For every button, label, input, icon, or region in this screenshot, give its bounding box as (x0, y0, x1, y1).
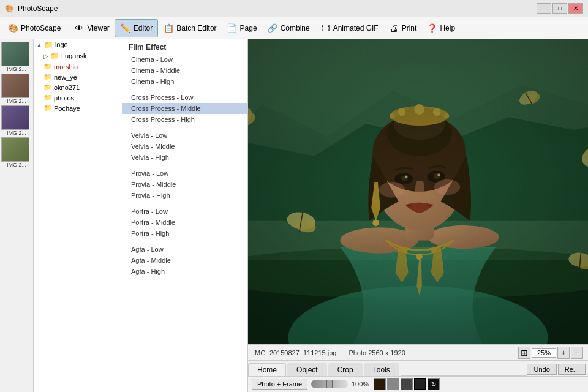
help-icon: ❓ (426, 23, 437, 34)
folder-icon-lugansk: 📁 (50, 51, 59, 60)
thumb-item-3[interactable]: IMG 2... (1, 105, 32, 136)
slider-thumb (326, 380, 333, 388)
thumb-item-4[interactable]: IMG 2... (1, 137, 32, 168)
tree-item-logo[interactable]: ▲ 📁 logo (34, 39, 122, 50)
toolbar-viewer[interactable]: 👁 Viewer (69, 19, 114, 37)
toolbar-gif[interactable]: 🎞 Animated GIF (315, 19, 383, 37)
tab-object[interactable]: Object (287, 363, 327, 376)
toolbar-page[interactable]: 📄 Page (222, 19, 262, 37)
film-velvia-middle[interactable]: Velvia - Middle (123, 141, 247, 152)
app-icon: 🎨 (5, 4, 14, 13)
opacity-slider-container: 100% (311, 380, 370, 388)
gif-icon: 🎞 (320, 23, 331, 34)
film-agfa-low[interactable]: Agfa - Low (123, 244, 247, 255)
photo-editor-area: IMG_20150827_111215.jpg Photo 2560 x 192… (248, 39, 588, 392)
bottom-toolbar: Home Object Crop Tools Undo Re... Photo … (248, 360, 588, 392)
film-cinema-middle[interactable]: Cinema - Middle (123, 65, 247, 76)
film-velvia-high[interactable]: Velvia - High (123, 152, 247, 163)
tree-label-logo: logo (55, 41, 68, 48)
toolbar-photoscape[interactable]: 🎨 PhotoScape (2, 19, 66, 37)
thumb-label-4: IMG 2... (1, 162, 32, 168)
toolbar-combine-label: Combine (281, 24, 310, 32)
redo-button[interactable]: Re... (558, 364, 586, 375)
color-btn-darkgray[interactable] (401, 378, 413, 390)
close-button[interactable]: ✕ (568, 3, 583, 14)
photoscape-icon: 🎨 (7, 23, 18, 34)
film-provia-low[interactable]: Provia - Low (123, 168, 247, 179)
color-btn-charcoal[interactable] (414, 378, 426, 390)
film-spacer-2 (123, 125, 247, 130)
toolbar-help[interactable]: ❓ Help (421, 19, 460, 37)
thumb-item-2[interactable]: IMG 2... (1, 74, 32, 104)
tab-tools[interactable]: Tools (364, 363, 399, 376)
bottom-tab-bar: Home Object Crop Tools Undo Re... (248, 361, 588, 377)
thumb-item-1[interactable]: IMG 2... (1, 42, 32, 72)
folder-icon-morshin: 📁 (43, 62, 52, 70)
film-cross-high[interactable]: Cross Process - High (123, 114, 247, 125)
film-cinema-high[interactable]: Cinema - High (123, 76, 247, 87)
tab-crop[interactable]: Crop (328, 363, 363, 376)
color-buttons: ↻ (374, 378, 440, 390)
film-cross-low[interactable]: Cross Process - Low (123, 92, 247, 103)
color-btn-brown[interactable] (374, 378, 386, 390)
opacity-slider[interactable] (311, 380, 348, 388)
undo-button[interactable]: Undo (527, 364, 556, 375)
film-velvia-low[interactable]: Velvia - Low (123, 130, 247, 141)
opacity-percent: 100% (350, 380, 370, 388)
combine-icon: 🔗 (267, 23, 278, 34)
maximize-button[interactable]: □ (552, 3, 567, 14)
thumb-img-4 (1, 137, 29, 162)
folder-icon-photos: 📁 (43, 94, 52, 102)
film-portra-high[interactable]: Portra - High (123, 228, 247, 239)
title-bar-controls: — □ ✕ (537, 3, 583, 14)
tree-item-lugansk[interactable]: ▷ 📁 Lugansk (34, 50, 122, 61)
film-agfa-high[interactable]: Agfa - High (123, 266, 247, 277)
film-effect-panel: Film Effect Cinema - Low Cinema - Middle… (123, 39, 248, 392)
thumbnail-panel: IMG 2... IMG 2... IMG 2... IMG 2... (0, 39, 34, 392)
tree-label-photos: photos (54, 94, 74, 102)
main-layout: IMG 2... IMG 2... IMG 2... IMG 2... ▲ 📁 … (0, 39, 588, 392)
thumb-label-3: IMG 2... (1, 130, 32, 136)
tree-label-pochaye: Pochaye (54, 105, 80, 112)
film-provia-high[interactable]: Provia - High (123, 190, 247, 201)
zoom-fit-button[interactable]: ⊞ (518, 347, 530, 359)
panel-collapse-button[interactable]: ◀ (122, 203, 123, 228)
folder-icon-okno: 📁 (43, 83, 52, 91)
film-portra-low[interactable]: Portra - Low (123, 206, 247, 217)
film-provia-middle[interactable]: Provia - Middle (123, 179, 247, 190)
tab-home[interactable]: Home (248, 363, 286, 376)
thumbnail-list: IMG 2... IMG 2... IMG 2... IMG 2... (0, 39, 33, 392)
tree-label-okno: okno271 (54, 84, 80, 91)
zoom-out-button[interactable]: − (571, 347, 583, 359)
film-effect-title: Film Effect (123, 39, 247, 54)
film-portra-middle[interactable]: Portra - Middle (123, 217, 247, 228)
film-agfa-middle[interactable]: Agfa - Middle (123, 255, 247, 266)
tree-item-pochaye[interactable]: 📁 Pochaye (34, 103, 122, 113)
film-spacer-4 (123, 201, 247, 206)
photo-frame-button[interactable]: Photo + Frame (252, 379, 307, 390)
tree-item-newye[interactable]: 📁 new_ye (34, 72, 122, 82)
color-btn-black[interactable]: ↻ (428, 378, 440, 390)
toolbar-photoscape-label: PhotoScape (21, 24, 61, 32)
zoom-in-button[interactable]: + (557, 347, 570, 359)
tree-label-morshin: morshin (54, 63, 78, 70)
film-cross-middle[interactable]: Cross Process - Middle (123, 103, 247, 114)
tab-spacer (401, 375, 527, 376)
undo-redo-controls: Undo Re... (527, 364, 588, 376)
tree-item-morshin[interactable]: 📁 morshin (34, 61, 122, 72)
page-icon: 📄 (227, 23, 238, 34)
toolbar-editor[interactable]: ✏️ Editor (115, 19, 158, 37)
tree-item-photos[interactable]: 📁 photos (34, 92, 122, 103)
folder-icon-logo: 📁 (44, 40, 53, 49)
toolbar-print[interactable]: 🖨 Print (383, 19, 422, 37)
main-toolbar: 🎨 PhotoScape 👁 Viewer ✏️ Editor 📋 Batch … (0, 17, 588, 39)
expand-icon-lugansk: ▷ (43, 53, 48, 59)
minimize-button[interactable]: — (537, 3, 551, 14)
tree-item-okno[interactable]: 📁 okno271 (34, 82, 122, 92)
toolbar-combine[interactable]: 🔗 Combine (262, 19, 315, 37)
toolbar-batch[interactable]: 📋 Batch Editor (158, 19, 221, 37)
film-cinema-low[interactable]: Cinema - Low (123, 54, 247, 65)
color-btn-gray[interactable] (387, 378, 399, 390)
title-bar-left: 🎨 PhotoScape (5, 4, 58, 13)
status-filename: IMG_20150827_111215.jpg (253, 349, 336, 356)
